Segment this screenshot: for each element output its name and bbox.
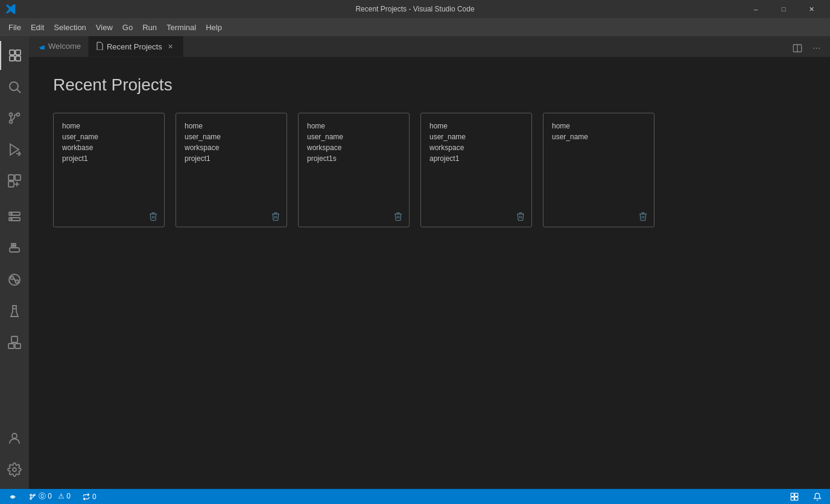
project-path-line-4-0: home (429, 121, 523, 131)
file-tab-icon (96, 42, 103, 52)
tab-welcome-label: Welcome (48, 42, 81, 51)
project-card-footer-1 (54, 208, 164, 227)
sidebar-item-settings[interactable] (0, 455, 29, 484)
project-card-footer-3 (299, 208, 409, 227)
svg-rect-14 (8, 175, 14, 180)
status-right (787, 489, 825, 504)
page-title: Recent Projects (53, 75, 806, 95)
delete-project-5-button[interactable] (638, 212, 648, 223)
status-notifications-button[interactable] (809, 489, 825, 504)
project-card-content-4: home user_name workspace aproject1 (421, 113, 531, 208)
tab-welcome[interactable]: Welcome (29, 36, 89, 57)
svg-point-37 (12, 496, 14, 497)
menu-run[interactable]: Run (138, 20, 162, 34)
svg-rect-21 (10, 248, 19, 252)
status-layout-button[interactable] (787, 489, 802, 504)
status-sync-label: 0 (92, 493, 97, 501)
svg-rect-1 (16, 50, 21, 55)
project-path-line-2-1: user_name (185, 131, 278, 142)
menu-terminal[interactable]: Terminal (162, 20, 201, 34)
sidebar-item-extensions[interactable] (0, 166, 29, 195)
project-path-line-3-0: home (307, 121, 401, 131)
svg-rect-3 (16, 56, 21, 61)
svg-point-6 (10, 113, 13, 116)
editor-content: Recent Projects home user_name workbase … (29, 57, 830, 489)
sidebar-item-testing[interactable] (0, 297, 29, 326)
status-branch-item[interactable]: ⓪ 0 ⚠ 0 (25, 489, 74, 504)
project-path-line-5-1: user_name (552, 131, 645, 142)
svg-point-20 (11, 219, 12, 220)
window-title: Recent Projects - Visual Studio Code (355, 5, 474, 13)
window-controls: – □ ✕ (742, 0, 825, 18)
project-path-line-3-2: workspace (307, 142, 401, 153)
close-button[interactable]: ✕ (797, 0, 825, 18)
svg-rect-24 (14, 244, 16, 245)
project-card-footer-5 (543, 208, 654, 227)
more-actions-button[interactable]: ··· (808, 40, 825, 57)
main-layout: Welcome Recent Projects ✕ (0, 36, 830, 489)
project-path-line-1-2: workbase (62, 142, 156, 153)
tab-close-button[interactable]: ✕ (166, 42, 176, 51)
project-card-5[interactable]: home user_name (543, 113, 654, 227)
svg-point-38 (30, 494, 32, 496)
sidebar-item-account[interactable] (0, 424, 29, 453)
project-card-2[interactable]: home user_name workspace project1 (176, 113, 287, 227)
menu-file[interactable]: File (4, 20, 26, 34)
menu-selection[interactable]: Selection (49, 20, 90, 34)
status-bar: ⓪ 0 ⚠ 0 0 (0, 489, 830, 504)
project-path-line-2-2: workspace (185, 142, 278, 153)
projects-grid: home user_name workbase project1 (53, 113, 806, 227)
status-left: ⓪ 0 ⚠ 0 0 (5, 489, 100, 504)
svg-point-28 (16, 280, 19, 283)
delete-project-2-button[interactable] (271, 212, 280, 223)
delete-project-4-button[interactable] (516, 212, 525, 223)
menu-edit[interactable]: Edit (26, 20, 49, 34)
project-card-1[interactable]: home user_name workbase project1 (53, 113, 165, 227)
tab-recent-projects[interactable]: Recent Projects ✕ (89, 36, 183, 57)
sidebar-item-git[interactable] (0, 265, 29, 294)
delete-project-1-button[interactable] (148, 212, 158, 223)
svg-point-39 (30, 497, 32, 499)
project-card-content-1: home user_name workbase project1 (54, 113, 164, 208)
project-path-line-4-3: aproject1 (429, 153, 523, 164)
project-card-footer-4 (421, 208, 531, 227)
status-sync-item[interactable]: 0 (79, 489, 100, 504)
project-path-line-2-3: project1 (185, 153, 278, 164)
menu-go[interactable]: Go (118, 20, 138, 34)
project-path-line-3-3: project1s (307, 153, 401, 164)
sidebar-item-source-control[interactable] (0, 104, 29, 133)
sidebar-item-search[interactable] (0, 72, 29, 101)
menu-help[interactable]: Help (201, 20, 227, 34)
svg-rect-43 (795, 493, 798, 496)
status-remote-button[interactable] (5, 489, 21, 504)
maximize-button[interactable]: □ (770, 0, 797, 18)
svg-rect-31 (15, 344, 21, 348)
activity-bar (0, 36, 29, 489)
title-bar: Recent Projects - Visual Studio Code – □… (0, 0, 830, 18)
menu-view[interactable]: View (91, 20, 118, 34)
svg-rect-32 (11, 336, 17, 342)
svg-point-7 (10, 121, 13, 124)
delete-project-3-button[interactable] (393, 212, 403, 223)
split-editor-button[interactable] (789, 40, 806, 57)
vscode-logo-icon (5, 3, 17, 15)
project-card-content-2: home user_name workspace project1 (176, 113, 287, 208)
svg-point-27 (11, 277, 14, 280)
project-card-3[interactable]: home user_name workspace project1s (298, 113, 410, 227)
sidebar-item-docker[interactable] (0, 234, 29, 263)
sidebar-item-explorer[interactable] (0, 41, 29, 70)
project-path-line-3-1: user_name (307, 131, 401, 142)
project-path-line-4-2: workspace (429, 142, 523, 153)
minimize-button[interactable]: – (742, 0, 770, 18)
sidebar-item-run[interactable] (0, 135, 29, 164)
sidebar-item-blocks[interactable] (0, 328, 29, 357)
project-card-content-5: home user_name (543, 113, 654, 208)
tabs-actions: ··· (784, 40, 830, 57)
svg-rect-30 (8, 344, 14, 348)
project-card-footer-2 (176, 208, 287, 227)
svg-point-33 (12, 433, 17, 438)
project-path-line-5-0: home (552, 121, 645, 131)
sidebar-item-remote[interactable] (0, 203, 29, 232)
svg-rect-23 (14, 246, 16, 248)
project-card-4[interactable]: home user_name workspace aproject1 (420, 113, 532, 227)
